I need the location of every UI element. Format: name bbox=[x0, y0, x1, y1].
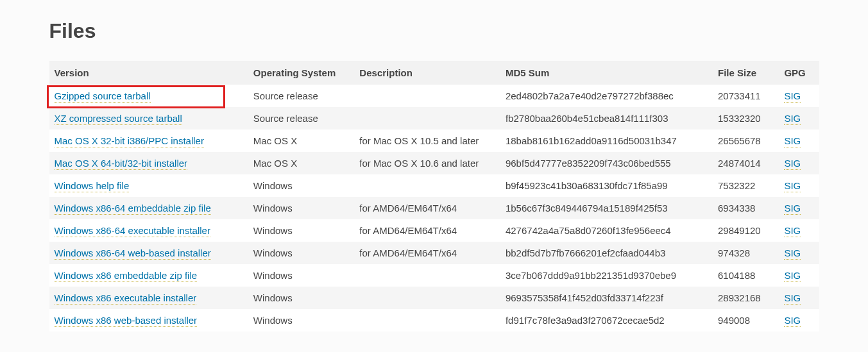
md5-cell: b9f45923c41b30a683130fdc71f85a99 bbox=[500, 174, 713, 197]
version-link[interactable]: Windows x86-64 executable installer bbox=[55, 225, 210, 237]
table-row: XZ compressed source tarballSource relea… bbox=[49, 107, 819, 130]
filesize-cell: 28932168 bbox=[713, 287, 779, 309]
description-cell: for AMD64/EM64T/x64 bbox=[354, 219, 500, 242]
table-row: Windows x86-64 web-based installerWindow… bbox=[49, 242, 819, 264]
os-cell: Windows bbox=[248, 309, 355, 331]
sig-link[interactable]: SIG bbox=[784, 180, 801, 192]
version-link[interactable]: Windows x86-64 web-based installer bbox=[55, 247, 211, 260]
filesize-cell: 20733411 bbox=[713, 85, 779, 107]
description-cell: for Mac OS X 10.6 and later bbox=[354, 152, 500, 174]
md5-cell: 4276742a4a75a8d07260f13fe956eec4 bbox=[500, 219, 713, 242]
version-link[interactable]: Gzipped source tarball bbox=[55, 90, 151, 103]
col-header-description: Description bbox=[354, 61, 500, 85]
sig-link[interactable]: SIG bbox=[784, 292, 801, 305]
filesize-cell: 15332320 bbox=[713, 107, 779, 130]
os-cell: Windows bbox=[248, 219, 355, 242]
md5-cell: 3ce7b067ddd9a91bb221351d9370ebe9 bbox=[500, 264, 713, 287]
os-cell: Mac OS X bbox=[248, 152, 355, 174]
table-row: Windows x86-64 embeddable zip fileWindow… bbox=[49, 197, 819, 219]
sig-link[interactable]: SIG bbox=[784, 113, 801, 125]
description-cell: for Mac OS X 10.5 and later bbox=[354, 130, 500, 152]
table-row: Windows x86 executable installerWindows9… bbox=[49, 287, 819, 309]
os-cell: Source release bbox=[248, 107, 355, 130]
version-link[interactable]: Windows x86 executable installer bbox=[55, 292, 197, 305]
description-cell bbox=[354, 264, 500, 287]
sig-link[interactable]: SIG bbox=[784, 270, 801, 282]
description-cell: for AMD64/EM64T/x64 bbox=[354, 197, 500, 219]
description-cell bbox=[354, 107, 500, 130]
col-header-version: Version bbox=[49, 61, 248, 85]
description-cell bbox=[354, 309, 500, 331]
md5-cell: 2ed4802b7a2a7e40d2e797272bf388ec bbox=[500, 85, 713, 107]
sig-link[interactable]: SIG bbox=[784, 158, 801, 170]
sig-link[interactable]: SIG bbox=[784, 203, 801, 215]
os-cell: Windows bbox=[248, 197, 355, 219]
md5-cell: 1b56c67f3c849446794a15189f425f53 bbox=[500, 197, 713, 219]
os-cell: Windows bbox=[248, 242, 355, 264]
version-link[interactable]: Windows x86 web-based installer bbox=[55, 315, 198, 327]
filesize-cell: 6934338 bbox=[713, 197, 779, 219]
md5-cell: bb2df5d7b7fb7666201ef2cfaad044b3 bbox=[500, 242, 713, 264]
description-cell bbox=[354, 85, 500, 107]
md5-cell: 9693575358f41f452d03fd33714f223f bbox=[500, 287, 713, 309]
table-row: Windows x86-64 executable installerWindo… bbox=[49, 219, 819, 242]
sig-link[interactable]: SIG bbox=[784, 247, 801, 260]
sig-link[interactable]: SIG bbox=[784, 90, 801, 103]
os-cell: Source release bbox=[248, 85, 355, 107]
version-link[interactable]: Mac OS X 32-bit i386/PPC installer bbox=[55, 135, 204, 147]
version-link[interactable]: Windows help file bbox=[55, 180, 130, 192]
col-header-gpg: GPG bbox=[779, 61, 819, 85]
description-cell bbox=[354, 174, 500, 197]
md5-cell: 96bf5d47777e8352209f743c06bed555 bbox=[500, 152, 713, 174]
md5-cell: 18bab8161b162add0a9116d50031b347 bbox=[500, 130, 713, 152]
files-table: Version Operating System Description MD5… bbox=[49, 61, 819, 331]
version-link[interactable]: Windows x86-64 embeddable zip file bbox=[55, 203, 211, 215]
table-row: Mac OS X 32-bit i386/PPC installerMac OS… bbox=[49, 130, 819, 152]
sig-link[interactable]: SIG bbox=[784, 135, 801, 147]
filesize-cell: 29849120 bbox=[713, 219, 779, 242]
filesize-cell: 6104188 bbox=[713, 264, 779, 287]
md5-cell: fd91f7c78fe3a9ad3f270672cecae5d2 bbox=[500, 309, 713, 331]
table-row: Windows x86 embeddable zip fileWindows3c… bbox=[49, 264, 819, 287]
filesize-cell: 949008 bbox=[713, 309, 779, 331]
page-title: Files bbox=[49, 19, 819, 43]
sig-link[interactable]: SIG bbox=[784, 225, 801, 237]
filesize-cell: 26565678 bbox=[713, 130, 779, 152]
table-row: Windows help fileWindowsb9f45923c41b30a6… bbox=[49, 174, 819, 197]
description-cell bbox=[354, 287, 500, 309]
table-row: Mac OS X 64-bit/32-bit installerMac OS X… bbox=[49, 152, 819, 174]
os-cell: Windows bbox=[248, 264, 355, 287]
version-link[interactable]: XZ compressed source tarball bbox=[55, 113, 182, 125]
col-header-md5: MD5 Sum bbox=[500, 61, 713, 85]
table-row: Windows x86 web-based installerWindowsfd… bbox=[49, 309, 819, 331]
sig-link[interactable]: SIG bbox=[784, 315, 801, 327]
version-link[interactable]: Windows x86 embeddable zip file bbox=[55, 270, 198, 282]
os-cell: Windows bbox=[248, 174, 355, 197]
filesize-cell: 974328 bbox=[713, 242, 779, 264]
col-header-os: Operating System bbox=[248, 61, 355, 85]
description-cell: for AMD64/EM64T/x64 bbox=[354, 242, 500, 264]
table-row: Gzipped source tarballSource release2ed4… bbox=[49, 85, 819, 107]
os-cell: Windows bbox=[248, 287, 355, 309]
filesize-cell: 7532322 bbox=[713, 174, 779, 197]
table-header-row: Version Operating System Description MD5… bbox=[49, 61, 819, 85]
version-link[interactable]: Mac OS X 64-bit/32-bit installer bbox=[55, 158, 188, 170]
md5-cell: fb2780baa260b4e51cbea814f111f303 bbox=[500, 107, 713, 130]
col-header-filesize: File Size bbox=[713, 61, 779, 85]
filesize-cell: 24874014 bbox=[713, 152, 779, 174]
os-cell: Mac OS X bbox=[248, 130, 355, 152]
